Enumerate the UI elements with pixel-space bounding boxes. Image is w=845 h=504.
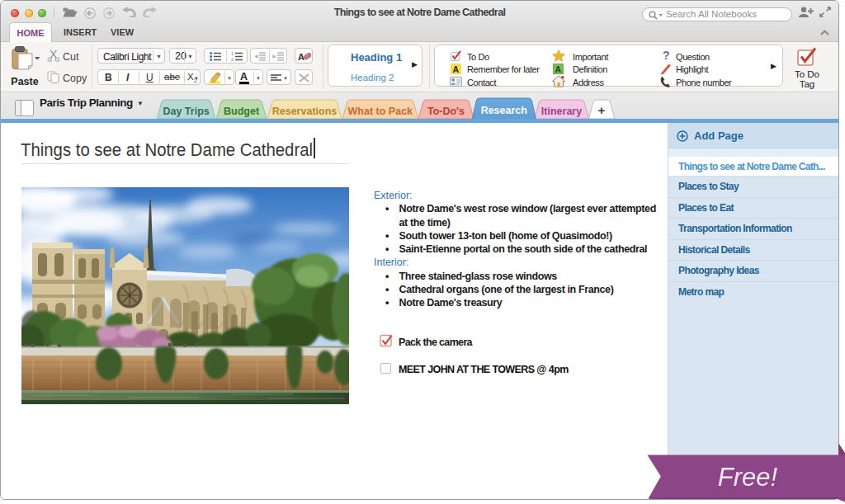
svg-text:A: A — [555, 64, 562, 74]
svg-text:Day Trips: Day Trips — [163, 106, 209, 117]
svg-text:What to Pack: What to Pack — [348, 106, 413, 117]
svg-text:Research: Research — [481, 105, 527, 116]
svg-text:+: + — [598, 103, 606, 117]
svg-text:A: A — [298, 52, 304, 62]
svg-text:2: 2 — [231, 57, 234, 62]
svg-text:Reservations: Reservations — [272, 106, 338, 117]
svg-text:A: A — [453, 64, 460, 74]
svg-text:1: 1 — [231, 52, 234, 56]
svg-text:Itinerary: Itinerary — [541, 106, 582, 117]
svg-text:Budget: Budget — [224, 106, 260, 117]
svg-text:To-Do's: To-Do's — [427, 106, 465, 117]
